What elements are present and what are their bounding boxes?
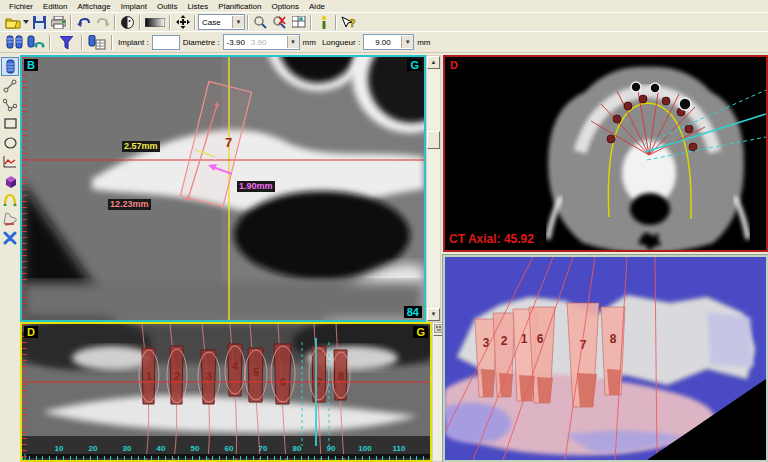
length-label: Longueur :: [322, 38, 360, 47]
measure-distance-icon[interactable]: [1, 76, 19, 95]
svg-text:110: 110: [393, 444, 406, 453]
info-icon[interactable]: [314, 14, 333, 30]
axial-view[interactable]: D CT Axial: 45.92: [443, 55, 768, 252]
tools-icon[interactable]: [1, 228, 19, 247]
implant-library-icon[interactable]: [3, 34, 25, 50]
chevron-down-icon: ▼: [287, 36, 299, 48]
panoramic-curve-icon[interactable]: [1, 190, 19, 209]
undo-icon[interactable]: [74, 14, 93, 30]
menu-listes[interactable]: Listes: [182, 2, 213, 11]
case-select[interactable]: Case ▼: [198, 14, 245, 30]
measurement-label: 12.23mm: [108, 199, 151, 210]
menu-bar: Fichier Edition Affichage Implant Outils…: [0, 0, 768, 12]
layout-icon[interactable]: [289, 14, 308, 30]
axial-image: [445, 57, 766, 250]
ellipse-icon[interactable]: [1, 133, 19, 152]
filter-icon[interactable]: [53, 34, 79, 50]
toolbar-separator: [169, 15, 171, 30]
svg-text:50: 50: [191, 444, 200, 453]
toolbar-separator: [114, 15, 116, 30]
svg-text:60: 60: [225, 444, 234, 453]
scroll-down-icon[interactable]: ▼: [427, 308, 440, 321]
diameter-ghost-value: 3.90: [251, 38, 267, 47]
toolbar-separator: [49, 35, 51, 50]
cross-section-view[interactable]: B G 84 2.57mm 1.90mm 12.23mm 7: [20, 55, 426, 322]
ruler-ticks: [22, 456, 430, 460]
diameter-label: Diamètre :: [183, 38, 220, 47]
measure-angle-icon[interactable]: [1, 95, 19, 114]
main-toolbar: Case ▼ ?: [0, 12, 768, 31]
menu-outils[interactable]: Outils: [152, 2, 182, 11]
pan-icon[interactable]: [173, 14, 192, 30]
menu-options[interactable]: Options: [266, 2, 304, 11]
vertical-ruler: [22, 57, 27, 320]
svg-text:20: 20: [89, 444, 98, 453]
redo-icon[interactable]: [93, 14, 112, 30]
svg-text:?: ?: [349, 17, 356, 29]
menu-fichier[interactable]: Fichier: [4, 2, 38, 11]
length-select[interactable]: 9.00 ▼: [363, 34, 414, 50]
slice-number: 84: [404, 306, 422, 318]
orientation-label-g: G: [413, 326, 428, 338]
svg-text:2: 2: [174, 370, 180, 382]
side-toolbar: [0, 53, 20, 462]
implant-icon[interactable]: [1, 57, 19, 76]
panoramic-image: 1 2 3 4 5 6 7 8 10 20 30 40 50 60 70 80: [22, 324, 430, 460]
svg-text:80: 80: [293, 444, 302, 453]
cube-3d-icon[interactable]: [1, 171, 19, 190]
menu-edition[interactable]: Edition: [38, 2, 72, 11]
measurement-label: 1.90mm: [237, 181, 275, 192]
svg-text:30: 30: [123, 444, 132, 453]
svg-text:90: 90: [327, 444, 336, 453]
view-3d[interactable]: 3 2 1 6 7 8: [443, 255, 768, 462]
panoramic-view[interactable]: 1 2 3 4 5 6 7 8 10 20 30 40 50 60 70 80: [20, 322, 432, 462]
orientation-label-d: D: [447, 59, 461, 71]
toolbar-separator: [81, 35, 83, 50]
patient-icon[interactable]: [118, 14, 137, 30]
toolbar-separator: [139, 15, 141, 30]
case-select-value: Case: [202, 18, 221, 27]
svg-text:2: 2: [501, 334, 508, 348]
orientation-label-b: B: [24, 59, 38, 71]
implant-list-icon[interactable]: [85, 34, 109, 50]
toolbar-separator: [247, 15, 249, 30]
svg-text:100: 100: [358, 444, 372, 453]
toolbar-separator: [335, 15, 337, 30]
contrast-icon[interactable]: [143, 14, 167, 30]
cross-section-scrollbar[interactable]: ▲ ▼: [426, 55, 441, 322]
vertical-ruler: [22, 324, 27, 460]
implant-toolbar: Implant : Diamètre : -3.90 3.90 ▼ mm Lon…: [0, 31, 768, 53]
context-help-icon[interactable]: ?: [339, 14, 358, 30]
toolbar-separator: [111, 35, 113, 50]
chevron-down-icon: ▼: [401, 36, 413, 48]
menu-planification[interactable]: Planification: [213, 2, 266, 11]
implant-label: Implant :: [118, 38, 149, 47]
chair-icon[interactable]: [1, 209, 19, 228]
save-icon[interactable]: [30, 14, 49, 30]
zoom-reset-icon[interactable]: [270, 14, 289, 30]
toolbar-separator: [70, 15, 72, 30]
mm-label: mm: [417, 38, 430, 47]
implant-edit-icon[interactable]: [25, 34, 47, 50]
open-folder-icon[interactable]: [3, 14, 22, 30]
menu-aide[interactable]: Aide: [304, 2, 330, 11]
zoom-icon[interactable]: [251, 14, 270, 30]
render-3d-image: 3 2 1 6 7 8: [445, 257, 766, 460]
axial-status-text: CT Axial: 45.92: [449, 232, 534, 246]
scrollbar-thumb[interactable]: [427, 131, 440, 149]
menu-affichage[interactable]: Affichage: [72, 2, 115, 11]
orientation-label-d: D: [24, 326, 38, 338]
app-window: { "menu": {"items": ["Fichier","Edition"…: [0, 0, 768, 462]
svg-text:1: 1: [146, 370, 152, 382]
implant-field[interactable]: [152, 35, 180, 50]
profile-curve-icon[interactable]: [1, 152, 19, 171]
svg-text:70: 70: [259, 444, 268, 453]
print-icon[interactable]: [49, 14, 68, 30]
scroll-up-icon[interactable]: ▲: [427, 56, 440, 69]
toolbar-separator: [310, 15, 312, 30]
rectangle-icon[interactable]: [1, 114, 19, 133]
open-dropdown-icon[interactable]: [22, 14, 30, 30]
diameter-select[interactable]: -3.90 3.90 ▼: [223, 34, 300, 50]
menu-implant[interactable]: Implant: [116, 2, 152, 11]
svg-text:3: 3: [206, 370, 212, 382]
